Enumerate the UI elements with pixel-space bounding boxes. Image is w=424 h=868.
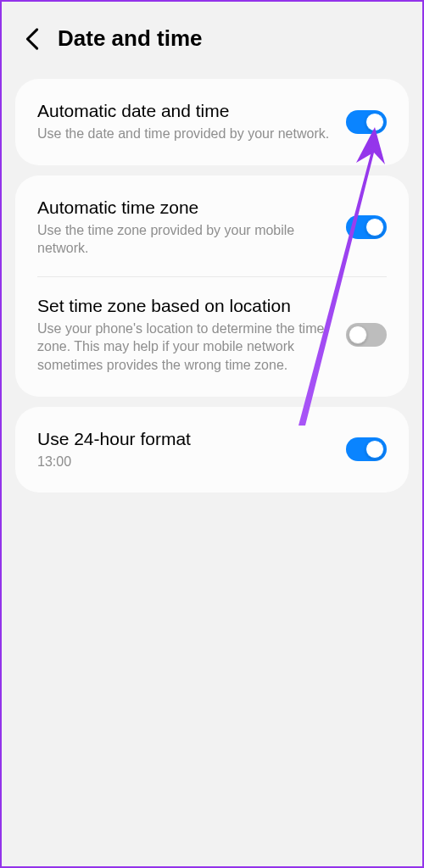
setting-desc: Use the time zone provided by your mobil… <box>37 221 332 258</box>
setting-title: Use 24-hour format <box>37 429 332 449</box>
setting-text: Automatic date and time Use the date and… <box>37 101 332 143</box>
header: Date and time <box>2 2 422 69</box>
card-auto-date: Automatic date and time Use the date and… <box>15 79 409 165</box>
setting-location-tz[interactable]: Set time zone based on location Use your… <box>15 277 409 393</box>
setting-title: Automatic date and time <box>37 101 332 121</box>
setting-desc: Use the date and time provided by your n… <box>37 125 332 143</box>
card-24hour: Use 24-hour format 13:00 <box>15 407 409 493</box>
setting-title: Set time zone based on location <box>37 296 332 316</box>
toggle-auto-date[interactable] <box>346 110 387 134</box>
setting-title: Automatic time zone <box>37 198 332 218</box>
toggle-24hour[interactable] <box>346 437 387 461</box>
toggle-knob <box>365 218 384 236</box>
setting-text: Automatic time zone Use the time zone pr… <box>37 198 332 258</box>
page-title: Date and time <box>58 25 203 52</box>
setting-auto-date[interactable]: Automatic date and time Use the date and… <box>15 82 409 162</box>
toggle-location-tz[interactable] <box>346 323 387 347</box>
card-time-zone: Automatic time zone Use the time zone pr… <box>15 175 409 397</box>
setting-text: Use 24-hour format 13:00 <box>37 429 332 471</box>
toggle-auto-tz[interactable] <box>346 215 387 239</box>
toggle-knob <box>365 113 384 131</box>
toggle-knob <box>349 326 367 344</box>
back-icon[interactable] <box>22 29 42 49</box>
setting-24hour[interactable]: Use 24-hour format 13:00 <box>15 410 409 490</box>
setting-desc: 13:00 <box>37 453 332 471</box>
setting-auto-tz[interactable]: Automatic time zone Use the time zone pr… <box>15 179 409 276</box>
setting-desc: Use your phone's location to determine t… <box>37 320 332 375</box>
setting-text: Set time zone based on location Use your… <box>37 296 332 375</box>
toggle-knob <box>365 440 384 459</box>
